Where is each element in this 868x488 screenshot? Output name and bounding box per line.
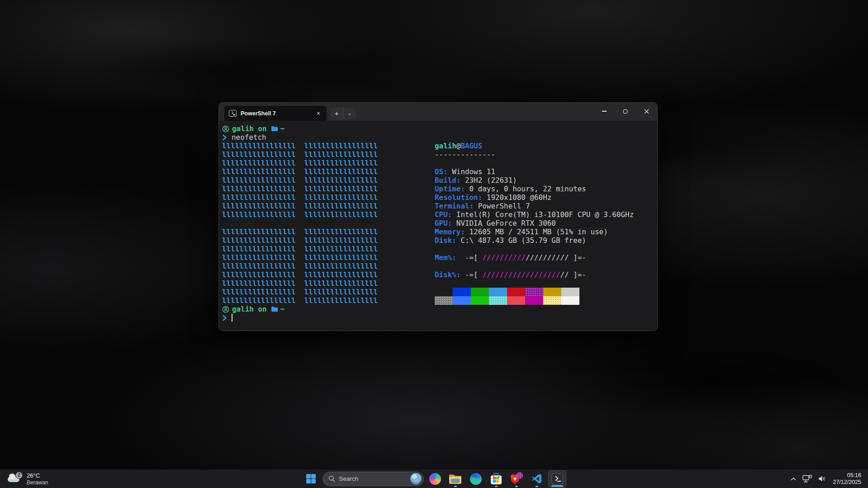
weather-temperature: 26°C (27, 472, 48, 479)
prompt-user: galih on (232, 305, 267, 313)
microsoft-store-icon (491, 475, 502, 484)
tab-dropdown-button[interactable]: ⌄ (344, 108, 356, 119)
terminal-content[interactable]: galih on ~ neofetch lllllllllllllllll ll… (219, 121, 657, 331)
weather-badge: 2 (15, 472, 23, 479)
neofetch-output: lllllllllllllllll lllllllllllllllll llll… (222, 142, 657, 305)
prompt-chevron-icon (222, 134, 227, 141)
copilot-icon (429, 473, 441, 485)
titlebar-drag-region[interactable] (356, 103, 593, 121)
windows-terminal-icon (551, 473, 563, 485)
tab-title: PowerShell 7 (241, 110, 311, 117)
tab-close-icon[interactable]: ✕ (315, 110, 322, 117)
tray-clock[interactable]: 05:16 27/12/2025 (833, 472, 861, 486)
minimize-button[interactable] (593, 103, 615, 120)
weather-cloud-moon-icon: 2 (7, 472, 23, 486)
maximize-icon (623, 109, 627, 114)
prompt-line: galih on ~ (222, 124, 657, 133)
color-palette-row2 (435, 296, 634, 305)
input-line (222, 313, 657, 322)
tray-date: 27/12/2025 (833, 479, 861, 486)
terminal-titlebar[interactable]: PowerShell 7 ✕ + ⌄ (219, 103, 657, 121)
prompt-chevron-icon (222, 314, 227, 322)
terminal-window: PowerShell 7 ✕ + ⌄ galih on (218, 102, 658, 331)
neofetch-info: galih@BAGUS--------------OS: Windows 11B… (435, 142, 634, 305)
tray-time: 05:16 (847, 472, 861, 479)
search-box[interactable]: Search (323, 472, 424, 486)
text-cursor (232, 314, 232, 322)
tab-powershell[interactable]: PowerShell 7 ✕ (224, 106, 327, 121)
color-palette-row1 (435, 288, 634, 296)
command-text: neofetch (232, 133, 266, 142)
command-line: neofetch (222, 133, 657, 142)
windows-logo-icon (306, 474, 316, 483)
bing-daily-image-icon (410, 473, 422, 484)
weather-widget[interactable]: 2 26°C Berawan (0, 469, 55, 488)
taskbar-app-terminal[interactable] (548, 470, 566, 488)
folder-icon (271, 126, 278, 132)
taskbar-app-vscode[interactable] (528, 470, 546, 488)
search-icon (328, 475, 335, 482)
close-icon (644, 109, 649, 114)
search-placeholder: Search (339, 475, 406, 482)
powershell-tab-icon (229, 110, 237, 117)
tray-chevron-up-icon[interactable] (791, 477, 796, 481)
new-tab-button[interactable]: + (330, 108, 344, 119)
edge-icon (470, 473, 482, 485)
weather-condition: Berawan (27, 479, 48, 486)
taskbar-app-edge[interactable] (467, 470, 485, 488)
user-icon (222, 125, 229, 133)
taskbar: 2 26°C Berawan Search (0, 469, 868, 488)
brave-icon (511, 473, 522, 485)
prompt-user: galih on (232, 124, 267, 133)
taskbar-app-file-explorer[interactable] (446, 470, 465, 488)
folder-icon (271, 306, 278, 312)
prompt-line: galih on ~ (222, 305, 657, 313)
vscode-icon (531, 473, 542, 484)
close-button[interactable] (636, 103, 657, 120)
prompt-path: ~ (280, 124, 285, 133)
minimize-icon (602, 111, 607, 111)
taskbar-app-brave[interactable] (508, 470, 526, 488)
prompt-path: ~ (280, 305, 285, 313)
volume-icon[interactable] (818, 475, 826, 482)
taskbar-app-microsoft-store[interactable] (487, 470, 505, 488)
file-explorer-icon (449, 474, 461, 484)
taskbar-app-copilot[interactable] (426, 470, 444, 488)
user-icon (222, 306, 229, 313)
network-ethernet-icon[interactable] (802, 475, 812, 483)
maximize-button[interactable] (615, 103, 636, 120)
start-button[interactable] (302, 470, 320, 488)
windows11-ascii-logo: lllllllllllllllll lllllllllllllllll llll… (222, 142, 378, 305)
